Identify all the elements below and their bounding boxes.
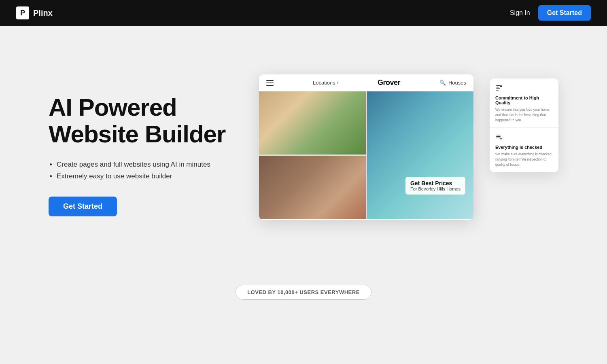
preview-search-label: Houses — [448, 80, 466, 86]
preview-search[interactable]: 🔍 Houses — [439, 80, 466, 86]
image-mosaic — [259, 91, 473, 219]
side-card-2: Everything is checked We make sure every… — [490, 128, 558, 172]
svg-rect-6 — [496, 136, 501, 137]
logo[interactable]: P Plinx — [16, 6, 53, 19]
locations-chevron-icon: › — [337, 80, 338, 85]
hero-title: AI Powered Website Builder — [49, 94, 235, 148]
svg-rect-5 — [496, 135, 501, 135]
preview-hamburger-icon[interactable] — [266, 80, 274, 86]
preview-locations[interactable]: Locations › — [313, 80, 338, 86]
preview-header: Locations › Grover 🔍 Houses — [259, 74, 473, 91]
side-card-1: Commitment to High Quality We ensure tha… — [490, 78, 558, 128]
bullet-1: Create pages and full websites using AI … — [57, 159, 235, 171]
svg-rect-3 — [496, 90, 499, 91]
side-card-1-body: We ensure that you love your home and th… — [495, 107, 553, 123]
preview-side-card: Commitment to High Quality We ensure tha… — [490, 78, 558, 172]
overlay-subtitle: For Beverley Hills Homes — [410, 186, 461, 191]
mosaic-image-3 — [259, 156, 366, 219]
get-started-hero-button[interactable]: Get Started — [49, 197, 117, 216]
preview-main-card: Locations › Grover 🔍 Houses Get — [259, 74, 473, 220]
hero-left: AI Powered Website Builder Create pages … — [49, 94, 235, 217]
logo-text: Plinx — [33, 8, 53, 18]
preview-overlay: Get Best Prices For Beverley Hills Homes — [405, 177, 465, 195]
side-card-1-title: Commitment to High Quality — [495, 95, 553, 105]
bottom-badge: LOVED BY 10,000+ USERS EVERYWHERE — [236, 285, 371, 300]
svg-rect-0 — [496, 85, 501, 86]
mosaic-image-2 — [367, 91, 474, 219]
overlay-title: Get Best Prices — [410, 180, 461, 186]
search-icon: 🔍 — [439, 80, 446, 86]
hero-section: AI Powered Website Builder Create pages … — [0, 26, 607, 277]
navbar: P Plinx Sign In Get Started — [0, 0, 607, 26]
bullet-2: Extremely easy to use website builder — [57, 171, 235, 182]
get-started-nav-button[interactable]: Get Started — [538, 5, 591, 21]
hero-bullets: Create pages and full websites using AI … — [49, 159, 235, 182]
svg-rect-7 — [496, 138, 501, 139]
preview-brand: Grover — [378, 78, 400, 87]
side-card-2-title: Everything is checked — [495, 145, 553, 150]
commitment-icon — [495, 84, 553, 93]
checklist-icon — [495, 133, 553, 142]
nav-actions: Sign In Get Started — [510, 5, 591, 21]
side-card-2-body: We make sure everything is checked, rang… — [495, 152, 553, 167]
svg-rect-2 — [496, 89, 500, 89]
mosaic-image-1 — [259, 91, 366, 154]
preview-body: Get Best Prices For Beverley Hills Homes — [259, 91, 473, 219]
signin-button[interactable]: Sign In — [510, 9, 530, 17]
bottom-banner: LOVED BY 10,000+ USERS EVERYWHERE — [0, 277, 607, 316]
hero-right: Locations › Grover 🔍 Houses Get — [235, 66, 558, 244]
svg-rect-1 — [496, 87, 499, 88]
logo-icon: P — [16, 6, 29, 19]
svg-point-4 — [500, 85, 502, 87]
